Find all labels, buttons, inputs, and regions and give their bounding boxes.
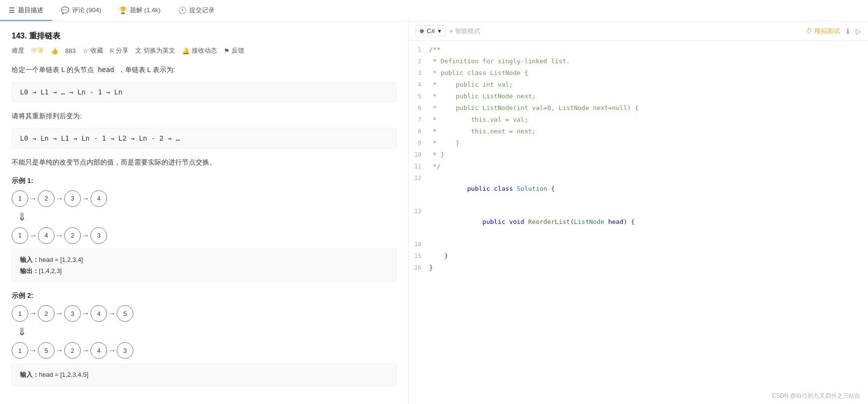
code-line: 7 * this.val = val; xyxy=(409,114,868,126)
meta-row: 难度 中等 👍 883 ☆ 收藏 ⎘ 分享 文 切换为英文 🔔 接收动态 ⚑ xyxy=(12,46,397,55)
nav-comments[interactable]: 💬 评论 (904) xyxy=(52,0,110,21)
smart-mode-toggle[interactable]: 智能模式 xyxy=(450,27,480,36)
bell-icon: 🔔 xyxy=(182,47,190,55)
node: 3 xyxy=(117,342,133,359)
language-selector[interactable]: C# ▾ xyxy=(416,25,446,37)
code-line: 12 public class Solution { xyxy=(409,172,868,205)
node: 4 xyxy=(90,305,107,322)
code-line: 10 * } xyxy=(409,149,868,161)
collect-btn[interactable]: ☆ 收藏 xyxy=(83,46,103,55)
node: 2 xyxy=(38,305,54,322)
share-icon: ⎘ xyxy=(110,47,114,55)
example1-input-list: 1 → 2 → 3 → 4 xyxy=(12,190,397,207)
node: 4 xyxy=(90,190,107,207)
nav-solutions[interactable]: 🏆 题解 (1.4k) xyxy=(110,0,169,21)
switch-lang-btn[interactable]: 文 切换为英文 xyxy=(135,46,175,55)
description-icon: ☰ xyxy=(9,6,15,14)
difficulty-badge: 中等 xyxy=(31,46,44,55)
main-area: 143. 重排链表 难度 中等 👍 883 ☆ 收藏 ⎘ 分享 文 切换为英文 … xyxy=(0,21,868,404)
example2-label: 示例 2: xyxy=(12,292,397,300)
example1: 示例 1: 1 → 2 → 3 → 4 ⇓ 1 → 4 → 2 → xyxy=(12,177,397,282)
code-line: 16 } xyxy=(409,262,868,274)
code-line: 13 public void ReorderList(ListNode head… xyxy=(409,205,868,239)
node: 2 xyxy=(64,342,81,359)
solutions-icon: 🏆 xyxy=(119,6,127,14)
desc2: 请将其重新排列后变为: xyxy=(12,110,397,122)
lang-dot xyxy=(420,29,424,33)
code-line: 8 * this.next = next; xyxy=(409,126,868,137)
node: 3 xyxy=(90,227,107,244)
code-line: 9 * } xyxy=(409,137,868,149)
code-editor[interactable]: 1 /** 2 * Definition for singly-linked l… xyxy=(409,41,868,404)
code-line: 11 */ xyxy=(409,161,868,172)
code-line: 14 xyxy=(409,239,868,250)
formula2: L0 → Ln → L1 → Ln - 1 → L2 → Ln - 2 → … xyxy=(12,128,397,148)
desc3: 不能只是单纯的改变节点内部的值，而是需要实际的进行节点交换。 xyxy=(12,156,397,168)
example2-input-list: 1 → 2 → 3 → 4 → 5 xyxy=(12,305,397,322)
submissions-icon: 🕐 xyxy=(178,6,186,14)
code-line: 5 * public ListNode next; xyxy=(409,91,868,102)
nav-submissions[interactable]: 🕐 提交记录 xyxy=(169,0,223,21)
arrow-down-icon: ⇓ xyxy=(18,211,26,223)
star-icon: ☆ xyxy=(83,47,89,55)
example2-output-list: 1 → 5 → 2 → 4 → 3 xyxy=(12,342,397,359)
subscribe-btn[interactable]: 🔔 接收动态 xyxy=(182,46,217,55)
node: 3 xyxy=(64,190,81,207)
watermark: CSDN @自己的九又四分之三站台 xyxy=(772,392,860,400)
comments-icon: 💬 xyxy=(61,6,69,14)
expand-icon[interactable]: ▷ xyxy=(856,27,861,35)
node: 2 xyxy=(64,227,81,244)
example1-io: 输入：head = [1,2,3,4] 输出：[1,4,2,3] xyxy=(12,249,397,282)
node: 1 xyxy=(12,305,28,322)
likes-count: 883 xyxy=(65,47,76,55)
code-line: 4 * public int val; xyxy=(409,79,868,91)
node: 5 xyxy=(38,342,54,359)
code-line: 2 * Definition for singly-linked list. xyxy=(409,55,868,67)
problem-title: 143. 重排链表 xyxy=(12,31,397,41)
node: 3 xyxy=(64,305,81,322)
example2-io: 输入：head = [1,2,3,4,5] xyxy=(12,364,397,386)
flag-icon: ⚑ xyxy=(224,47,230,55)
smart-dot-icon xyxy=(450,30,452,33)
right-panel: C# ▾ 智能模式 ⏱ 模拟面试 ℹ ▷ 1 /** xyxy=(409,21,868,404)
share-btn[interactable]: ⎘ 分享 xyxy=(110,46,128,55)
node: 1 xyxy=(12,227,28,244)
example2: 示例 2: 1 → 2 → 3 → 4 → 5 ⇓ 1 → 5 → xyxy=(12,292,397,386)
lang-icon: 文 xyxy=(135,46,142,55)
code-line: 15 } xyxy=(409,250,868,262)
node: 1 xyxy=(12,342,28,359)
node: 1 xyxy=(12,190,28,207)
node: 4 xyxy=(38,227,54,244)
info-icon[interactable]: ℹ xyxy=(847,27,849,35)
clock-icon: ⏱ xyxy=(806,27,812,35)
node: 2 xyxy=(38,190,54,207)
example1-output-list: 1 → 4 → 2 → 3 xyxy=(12,227,397,244)
arrow-down-icon: ⇓ xyxy=(18,326,26,338)
code-line: 3 * public class ListNode { xyxy=(409,67,868,79)
language-label: C# xyxy=(427,27,435,35)
feedback-btn[interactable]: ⚑ 反馈 xyxy=(224,46,244,55)
simulate-button[interactable]: ⏱ 模拟面试 xyxy=(806,27,840,36)
editor-toolbar: C# ▾ 智能模式 ⏱ 模拟面试 ℹ ▷ xyxy=(409,21,868,41)
code-line: 6 * public ListNode(int val=0, ListNode … xyxy=(409,102,868,114)
node: 4 xyxy=(90,342,107,359)
left-panel: 143. 重排链表 难度 中等 👍 883 ☆ 收藏 ⎘ 分享 文 切换为英文 … xyxy=(0,21,409,404)
desc1: 给定一个单链表 L 的头节点 head ，单链表 L 表示为: xyxy=(12,64,397,76)
formula1: L0 → L1 → … → Ln - 1 → Ln xyxy=(12,82,397,102)
nav-description[interactable]: ☰ 题目描述 xyxy=(0,0,52,21)
example1-label: 示例 1: xyxy=(12,177,397,185)
top-nav: ☰ 题目描述 💬 评论 (904) 🏆 题解 (1.4k) 🕐 提交记录 xyxy=(0,0,868,21)
chevron-down-icon: ▾ xyxy=(438,27,441,35)
difficulty-label: 难度 xyxy=(12,46,24,55)
node: 5 xyxy=(117,305,133,322)
code-line: 1 /** xyxy=(409,44,868,55)
